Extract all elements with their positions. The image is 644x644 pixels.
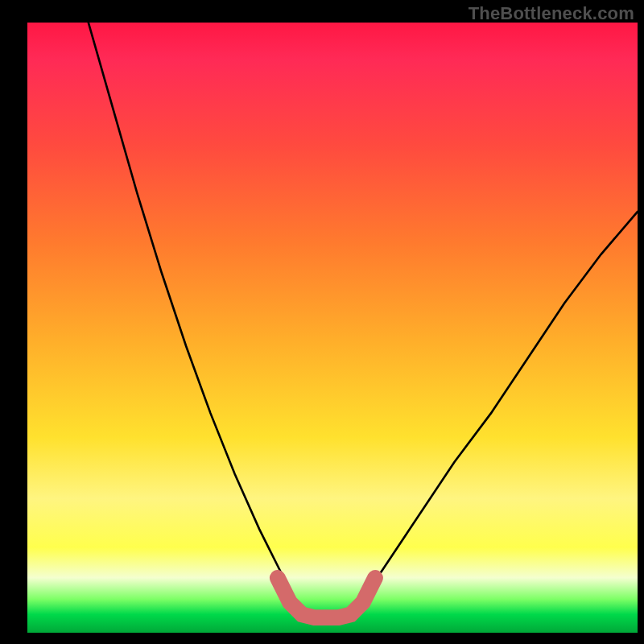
plot-background-gradient (27, 23, 638, 633)
watermark-label: TheBottleneck.com (469, 3, 634, 24)
chart-frame: TheBottleneck.com (0, 0, 644, 644)
